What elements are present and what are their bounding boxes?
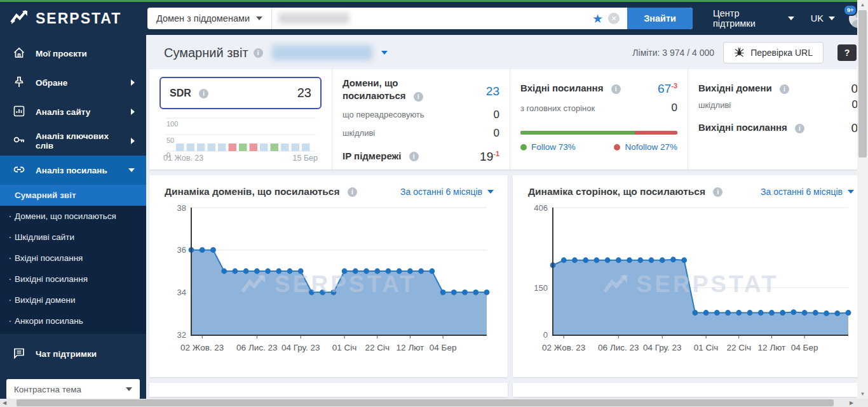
search-button[interactable]: Знайти <box>627 8 693 29</box>
info-icon[interactable]: i <box>780 84 789 94</box>
info-icon[interactable]: i <box>199 89 208 98</box>
sidebar: Мої проєкти Обране Аналіз сайту Аналіз к… <box>0 35 146 407</box>
period-select[interactable]: За останні 6 місяців <box>761 187 854 197</box>
svg-text:02 Жов. 23: 02 Жов. 23 <box>542 343 585 352</box>
bar-chart-icon <box>13 105 25 119</box>
theme-select[interactable]: Контрастна тема <box>6 379 140 399</box>
sidebar-item-link-analysis[interactable]: Аналіз посилань <box>0 156 146 185</box>
redirecting-value: 0 <box>494 109 499 121</box>
svg-text:406: 406 <box>534 203 548 213</box>
svg-text:100: 100 <box>166 120 178 128</box>
blurred-domain-selector[interactable] <box>272 45 372 60</box>
info-icon[interactable]: i <box>414 92 423 102</box>
bullet: · <box>9 232 15 242</box>
backlinks-delta: -3 <box>671 82 677 90</box>
key-icon <box>13 134 25 149</box>
referring-pages-chart[interactable]: 015040602 Жов. 2306 Лис. 2304 Гру. 2301 … <box>524 201 857 360</box>
chevron-down-icon[interactable] <box>381 51 388 55</box>
svg-text:04 Гру. 23: 04 Гру. 23 <box>643 343 682 352</box>
follow-ratio-bar <box>520 131 677 135</box>
redirecting-row: що переадресовують 0 <box>342 109 499 121</box>
nofollow-legend-item[interactable]: Nofollow 27% <box>614 142 677 152</box>
support-chat-button[interactable]: Чат підтримки <box>0 335 146 373</box>
info-icon[interactable]: i <box>795 124 804 133</box>
vertical-scroll-thumb[interactable] <box>858 10 867 157</box>
scroll-up-arrow[interactable]: ▲ <box>857 0 868 10</box>
favorite-star-icon[interactable]: ★ <box>587 11 608 26</box>
support-chat-label: Чат підтримки <box>36 349 97 359</box>
submenu-label: Шкідливі сайти <box>15 232 74 242</box>
info-icon[interactable]: i <box>409 152 419 161</box>
svg-text:38: 38 <box>177 203 186 213</box>
svg-text:04 Бер: 04 Бер <box>791 343 818 352</box>
svg-text:22 Січ: 22 Січ <box>726 343 751 352</box>
scroll-left-arrow[interactable]: ◀ <box>0 400 9 406</box>
ip-subnets-delta: -1 <box>493 150 499 157</box>
info-icon[interactable]: i <box>254 48 263 58</box>
follow-bar-green <box>520 131 635 135</box>
referring-domains-chart-card: Динаміка доменів, що посилаються i За ос… <box>149 175 508 377</box>
search-bar: Домен з піддоменами ★ ✕ Знайти <box>147 8 693 29</box>
pin-icon <box>13 76 25 90</box>
sidebar-item-my-projects[interactable]: Мої проєкти <box>0 39 146 68</box>
svg-text:36: 36 <box>177 245 186 255</box>
check-url-button[interactable]: Перевірка URL <box>723 42 824 63</box>
backlinks-value[interactable]: 67-3 <box>658 82 677 96</box>
svg-text:50: 50 <box>166 137 174 144</box>
bullet: · <box>9 316 15 326</box>
summary-stats-row: SDR i 23 100500 01 Жов. 23 15 Бер Домени… <box>149 69 868 170</box>
submenu-item-backlinks[interactable]: · Вхідні посилання <box>0 248 146 269</box>
sidebar-item-site-analysis[interactable]: Аналіз сайту <box>0 97 146 126</box>
info-icon[interactable]: i <box>348 187 357 197</box>
main-content: Сумарний звіт i Ліміти: 3 974 / 4 000 Пе… <box>146 35 868 407</box>
follow-legend-item[interactable]: Follow 73% <box>520 142 576 152</box>
external-links-title: Вихідні посилання i <box>698 121 804 134</box>
chevron-down-icon <box>126 387 132 391</box>
malicious-label: шкідливі <box>342 128 375 138</box>
external-malicious-row: шкідливі 0 <box>698 98 858 111</box>
search-mode-select[interactable]: Домен з піддоменами <box>147 8 272 29</box>
info-icon[interactable]: i <box>611 84 621 94</box>
referring-domains-chart[interactable]: 3234363802 Жов. 2306 Лис. 2304 Гру. 2301… <box>162 201 496 360</box>
horizontal-scroll-thumb[interactable] <box>17 399 834 406</box>
referring-pages-chart-card: Динаміка сторінок, що посилаються i За о… <box>513 175 868 377</box>
chevron-right-icon <box>131 79 135 86</box>
submenu-label: Анкори посилань <box>15 316 83 326</box>
svg-text:01 Січ: 01 Січ <box>332 343 356 352</box>
sdr-selected-box[interactable]: SDR i 23 <box>159 77 322 109</box>
chat-icon <box>13 347 25 361</box>
help-button[interactable]: ? <box>837 44 857 61</box>
search-input[interactable] <box>272 8 587 29</box>
partial-card <box>149 383 508 397</box>
serpstat-logo[interactable]: SERPSTAT <box>10 10 147 27</box>
redirecting-label: що переадресовують <box>342 110 424 119</box>
scroll-down-arrow[interactable]: ▼ <box>857 389 868 399</box>
charts-row: Динаміка доменів, що посилаються i За ос… <box>149 175 868 377</box>
serpstat-app: SERPSTAT Домен з піддоменами ★ ✕ Знайти … <box>0 0 868 407</box>
ip-subnets-title: IP підмережі i <box>342 150 419 163</box>
spark-end-date: 15 Бер <box>293 154 318 163</box>
svg-text:0: 0 <box>543 330 548 340</box>
info-icon[interactable]: i <box>713 187 722 197</box>
homepage-links-row: з головних сторінок 0 <box>520 102 677 114</box>
sidebar-item-favorites[interactable]: Обране <box>0 68 146 97</box>
submenu-item-external-domains[interactable]: · Вихідні домени <box>0 290 146 310</box>
period-select[interactable]: За останні 6 місяців <box>400 187 494 197</box>
homepage-links-label: з головних сторінок <box>520 103 595 113</box>
submenu-item-anchors[interactable]: · Анкори посилань <box>0 310 146 331</box>
support-center-menu[interactable]: Центр підтримки <box>713 8 794 29</box>
vertical-scrollbar[interactable]: ▲ ▼ <box>857 0 868 399</box>
referring-domains-value[interactable]: 23 <box>486 84 499 98</box>
submenu-item-summary-report[interactable]: Сумарний звіт <box>0 185 146 206</box>
sidebar-item-keyword-analysis[interactable]: Аналіз ключових слів <box>0 126 146 156</box>
submenu-item-malicious-sites[interactable]: · Шкідливі сайти <box>0 227 146 248</box>
submenu-label: Вихідні домени <box>15 295 76 305</box>
language-select[interactable]: UK <box>811 13 835 23</box>
link-icon <box>13 163 25 178</box>
malicious-row: шкідливі 0 <box>342 127 499 140</box>
submenu-item-referring-domains[interactable]: · Домени, що посилаються <box>0 206 146 227</box>
scroll-right-arrow[interactable]: ▶ <box>847 400 856 406</box>
clear-search-icon[interactable]: ✕ <box>608 13 620 24</box>
submenu-item-external-links[interactable]: · Вихідні посилання <box>0 269 146 290</box>
horizontal-scrollbar[interactable]: ◀ ▶ <box>0 399 868 407</box>
